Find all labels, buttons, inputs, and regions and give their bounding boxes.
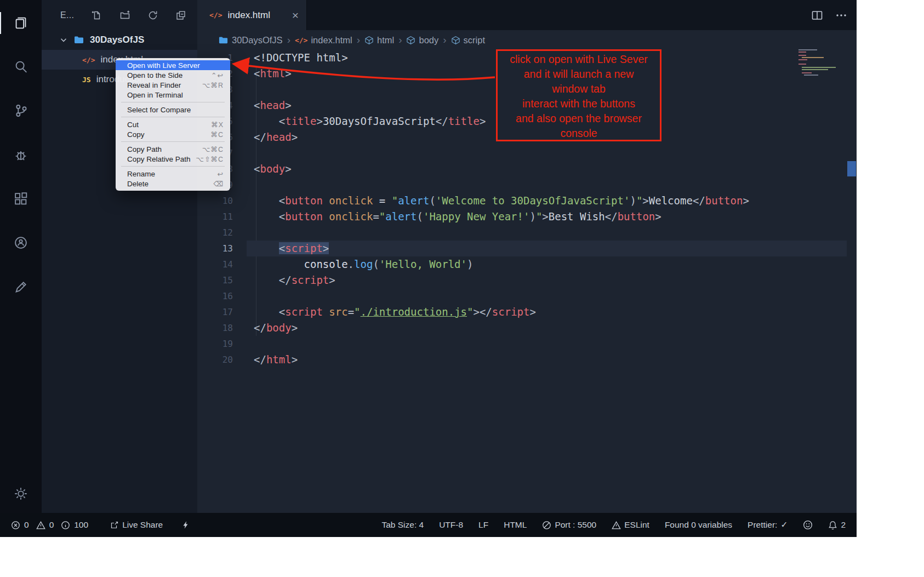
line-content — [233, 336, 254, 352]
port-indicator[interactable]: Port : 5500 — [542, 520, 596, 530]
notifications-bell[interactable]: 2 — [828, 520, 846, 530]
problems-indicator[interactable]: 0 0 100 — [11, 520, 92, 530]
line-content: <button onclick = "alert('Welcome to 30D… — [233, 193, 749, 209]
annotation-box: click on open with Live Sever and it wil… — [496, 49, 661, 141]
menu-item-delete[interactable]: Delete⌫ — [116, 179, 230, 188]
source-control-icon[interactable] — [0, 96, 42, 125]
tab-label: index.html — [227, 10, 286, 21]
line-content — [233, 82, 254, 98]
info-icon — [61, 521, 70, 530]
new-file-icon[interactable] — [91, 10, 102, 21]
menu-item-label: Open in Terminal — [127, 91, 183, 99]
close-tab-icon[interactable]: × — [292, 9, 299, 21]
pen-icon[interactable] — [0, 273, 42, 301]
code-line-8[interactable]: 8<body> — [197, 161, 857, 177]
menu-item-label: Reveal in Finder — [127, 81, 181, 89]
notification-count: 2 — [841, 520, 846, 530]
tab-index-html[interactable]: </> index.html × — [197, 0, 307, 30]
menu-item-cut[interactable]: Cut⌘X — [116, 119, 230, 129]
line-number: 12 — [197, 225, 233, 241]
line-number: 18 — [197, 320, 233, 336]
menu-item-copy-relative-path[interactable]: Copy Relative Path⌥⇧⌘C — [116, 154, 230, 164]
eol-indicator[interactable]: LF — [478, 520, 488, 530]
breadcrumb-30daysofjs[interactable]: 30DaysOfJS — [218, 35, 283, 45]
code-line-16[interactable]: 16 — [197, 288, 857, 304]
code-line-13[interactable]: 13 <script> — [197, 241, 857, 256]
breadcrumb-separator: › — [287, 34, 291, 46]
line-content: <head> — [233, 98, 292, 113]
warning-icon — [612, 521, 621, 530]
lightning-icon[interactable] — [181, 521, 190, 529]
tab-size-indicator[interactable]: Tab Size: 4 — [381, 520, 424, 530]
symbol-cube-icon — [364, 36, 374, 45]
breadcrumb-separator: › — [398, 34, 402, 46]
warning-count: 0 — [49, 520, 54, 530]
code-line-20[interactable]: 20</html> — [197, 352, 857, 368]
settings-gear-icon[interactable] — [0, 479, 42, 508]
menu-item-select-for-compare[interactable]: Select for Compare — [116, 105, 230, 115]
line-content: <body> — [233, 161, 292, 177]
breadcrumb-label: script — [464, 35, 485, 45]
encoding-indicator[interactable]: UTF-8 — [439, 520, 463, 530]
code-line-7[interactable]: 7 — [197, 145, 857, 161]
breadcrumb-script[interactable]: script — [451, 35, 485, 45]
breadcrumb-separator: › — [356, 34, 361, 46]
line-content: </head> — [233, 129, 298, 145]
code-line-17[interactable]: 17 <script src="./introduction.js"></scr… — [197, 304, 857, 320]
code-line-14[interactable]: 14 console.log('Hello, World') — [197, 256, 857, 272]
refresh-icon[interactable] — [147, 10, 158, 21]
menu-item-copy[interactable]: Copy⌘C — [116, 129, 230, 139]
variables-indicator[interactable]: Found 0 variables — [665, 520, 732, 530]
menu-item-shortcut: ⌃↩ — [211, 71, 224, 79]
live-share-button[interactable]: Live Share — [110, 520, 163, 530]
code-line-19[interactable]: 19 — [197, 336, 857, 352]
code-line-15[interactable]: 15 </script> — [197, 272, 857, 288]
prettier-indicator[interactable]: Prettier: ✓ — [748, 520, 788, 530]
split-editor-icon[interactable] — [811, 9, 824, 22]
feedback-smiley-icon[interactable] — [803, 520, 813, 530]
folder-row-30daysofjs[interactable]: 30DaysOfJS — [42, 30, 197, 50]
menu-item-reveal-in-finder[interactable]: Reveal in Finder⌥⌘R — [116, 80, 230, 90]
menu-item-shortcut: ⌥⌘R — [202, 81, 224, 89]
menu-item-open-with-live-server[interactable]: Open with Live Server — [116, 60, 230, 70]
explorer-icon[interactable] — [0, 9, 42, 37]
line-number: 13 — [197, 241, 233, 256]
minimap[interactable] — [797, 48, 847, 78]
line-content — [233, 225, 254, 241]
explorer-header: E... — [42, 0, 197, 30]
code-line-9[interactable]: 9 — [197, 177, 857, 193]
screenshot-root: E... — [0, 0, 924, 577]
share-icon — [110, 521, 119, 529]
code-line-10[interactable]: 10 <button onclick = "alert('Welcome to … — [197, 193, 857, 209]
error-icon — [11, 521, 20, 530]
menu-item-shortcut: ⌘X — [211, 121, 224, 129]
code-line-11[interactable]: 11 <button onclick="alert('Happy New Yea… — [197, 209, 857, 225]
menu-item-copy-path[interactable]: Copy Path⌥⌘C — [116, 144, 230, 154]
collapse-all-icon[interactable] — [175, 10, 186, 21]
menu-item-open-in-terminal[interactable]: Open in Terminal — [116, 90, 230, 100]
menu-separator — [121, 117, 225, 117]
menu-item-label: Copy — [127, 130, 145, 139]
breadcrumb-html[interactable]: html — [364, 35, 394, 45]
menu-item-label: Open with Live Server — [127, 61, 200, 70]
line-content: <html> — [233, 66, 292, 82]
search-icon[interactable] — [0, 53, 42, 81]
menu-item-rename[interactable]: Rename↩ — [116, 169, 230, 179]
eslint-indicator[interactable]: ESLint — [612, 520, 649, 530]
run-debug-icon[interactable] — [0, 141, 42, 169]
root-folder-label: 30DaysOfJS — [90, 35, 144, 45]
menu-item-label: Copy Relative Path — [127, 155, 191, 163]
breadcrumb-body[interactable]: body — [406, 35, 438, 45]
code-line-18[interactable]: 18</body> — [197, 320, 857, 336]
breadcrumb-index-html[interactable]: </>index.html — [295, 35, 352, 45]
more-actions-icon[interactable] — [835, 9, 848, 22]
breadcrumb-label: index.html — [311, 35, 352, 45]
menu-item-shortcut: ↩ — [218, 170, 224, 178]
code-line-12[interactable]: 12 — [197, 225, 857, 241]
menu-item-open-to-the-side[interactable]: Open to the Side⌃↩ — [116, 70, 230, 80]
language-indicator[interactable]: HTML — [504, 520, 527, 530]
live-share-icon[interactable] — [0, 228, 42, 257]
extensions-icon[interactable] — [0, 185, 42, 213]
new-folder-icon[interactable] — [119, 10, 130, 21]
menu-item-label: Select for Compare — [127, 106, 191, 114]
